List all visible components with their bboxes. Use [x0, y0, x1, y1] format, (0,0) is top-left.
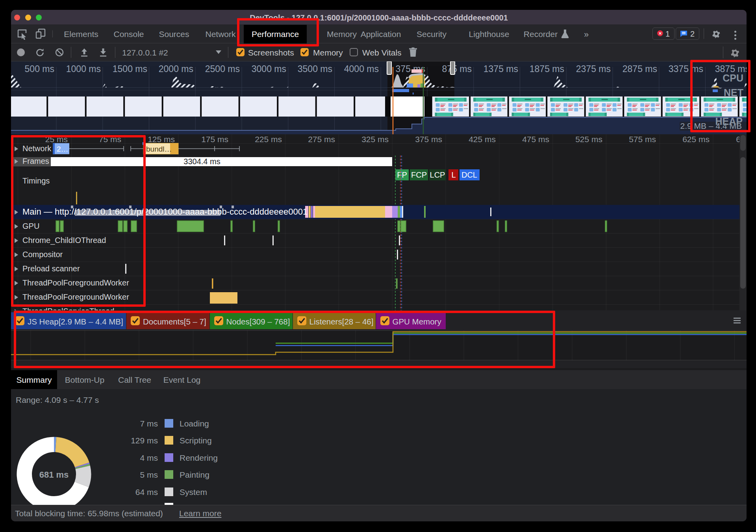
svg-text:1875 ms: 1875 ms [530, 64, 564, 74]
svg-text:1500 ms: 1500 ms [113, 64, 147, 74]
svg-text:225 ms: 225 ms [255, 135, 282, 144]
svg-text:500 ms: 500 ms [25, 64, 54, 74]
svg-text:3000 ms: 3000 ms [252, 64, 286, 74]
svg-text:375 ms: 375 ms [415, 135, 442, 144]
svg-text:125 ms: 125 ms [148, 135, 175, 144]
svg-text:LCP: LCP [430, 171, 445, 179]
svg-text:4000 ms: 4000 ms [344, 64, 379, 74]
svg-text:575 ms: 575 ms [629, 135, 656, 144]
svg-text:2375 ms: 2375 ms [576, 64, 611, 74]
svg-text:2875 ms: 2875 ms [623, 64, 657, 74]
svg-text:3500 ms: 3500 ms [298, 64, 332, 74]
svg-text:325 ms: 325 ms [361, 135, 389, 144]
svg-text:FCP: FCP [411, 171, 427, 179]
svg-text:275 ms: 275 ms [308, 135, 335, 144]
svg-text:2500 ms: 2500 ms [205, 64, 240, 74]
svg-text:475 ms: 475 ms [522, 135, 549, 144]
svg-text:DCL: DCL [461, 171, 477, 179]
svg-text:625 ms: 625 ms [682, 135, 710, 144]
svg-text:FP: FP [397, 171, 407, 179]
svg-text:525 ms: 525 ms [575, 135, 602, 144]
svg-text:1000 ms: 1000 ms [66, 64, 101, 74]
svg-text:175 ms: 175 ms [201, 135, 228, 144]
svg-text:bundl…: bundl… [146, 145, 172, 153]
svg-text:875 ms: 875 ms [442, 64, 472, 74]
svg-text:1375 ms: 1375 ms [484, 64, 518, 74]
svg-text:425 ms: 425 ms [469, 135, 496, 144]
svg-text:L: L [451, 171, 456, 179]
svg-text:2000 ms: 2000 ms [159, 64, 193, 74]
svg-text:3304.4 ms: 3304.4 ms [183, 157, 220, 166]
